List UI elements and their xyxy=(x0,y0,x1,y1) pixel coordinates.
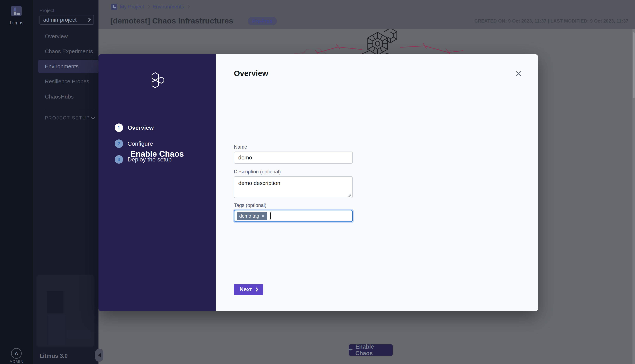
avatar[interactable]: A xyxy=(11,348,22,359)
step-number: 2 xyxy=(115,140,123,148)
resize-grip-icon[interactable] xyxy=(347,193,351,197)
breadcrumb-link-environments[interactable]: Environments xyxy=(152,4,184,10)
sidebar-illustration xyxy=(36,275,94,347)
wizard-step-deploy[interactable]: 3 Deploy the setup xyxy=(115,155,203,164)
page-title: [demotest] Chaos Infrastructures xyxy=(110,16,233,25)
step-label: Overview xyxy=(127,124,154,131)
tag-chip: demo tag xyxy=(237,212,267,220)
text-cursor xyxy=(270,212,271,220)
description-label: Description (optional) xyxy=(234,169,281,175)
breadcrumb-link-my-project[interactable]: My Project xyxy=(120,4,144,10)
avatar-caption: ADMIN xyxy=(0,359,33,364)
tags-label: Tags (optional) xyxy=(234,202,266,208)
litmus-mini-logo-icon xyxy=(111,4,117,10)
tags-input[interactable]: demo tag xyxy=(234,210,353,222)
page-header: My Project Environments [demotest] Chaos… xyxy=(98,0,635,29)
close-icon xyxy=(515,70,522,77)
sidebar-item-environments[interactable]: Environments xyxy=(38,60,98,73)
wizard-step-overview[interactable]: 1 Overview xyxy=(115,123,203,132)
step-label: Configure xyxy=(127,140,153,147)
sidebar-item-chaoshubs[interactable]: ChaosHubs xyxy=(38,90,98,103)
litmus-logo-icon[interactable] xyxy=(11,6,22,16)
created-modified-meta: CREATED ON: 9 Oct 2023, 11:37 | LAST MOD… xyxy=(474,18,628,24)
project-selector[interactable]: admin-project xyxy=(40,15,94,24)
description-textarea[interactable]: demo description xyxy=(234,176,353,198)
modal-body: Overview Name Description (optional) dem… xyxy=(216,54,538,311)
enable-chaos-button[interactable]: + Enable Chaos xyxy=(349,344,393,356)
chevron-right-icon xyxy=(186,5,190,8)
chaos-graph-illustration xyxy=(283,29,467,56)
project-selector-value: admin-project xyxy=(43,17,77,23)
chevron-right-icon xyxy=(146,5,150,8)
environment-type-badge: Pre-Prod xyxy=(248,17,277,25)
sidebar-rail: Litmus A ADMIN xyxy=(0,0,33,364)
sidebar-collapse-handle[interactable] xyxy=(95,348,103,362)
next-button-label: Next xyxy=(240,286,252,293)
breadcrumb: My Project Environments xyxy=(111,4,190,10)
name-label: Name xyxy=(234,144,247,150)
modal-heading: Overview xyxy=(234,69,268,78)
enable-chaos-hexagons-icon xyxy=(148,72,166,88)
app-stage: My Project Environments [demotest] Chaos… xyxy=(0,0,635,364)
plus-icon: + xyxy=(349,346,353,353)
step-number: 1 xyxy=(115,124,123,132)
project-section-label: Project xyxy=(40,8,54,14)
project-setup-label: PROJECT SETUP xyxy=(45,115,90,120)
name-input[interactable] xyxy=(234,152,353,164)
version-label: Litmus 3.0 xyxy=(40,352,68,359)
chevron-right-icon xyxy=(254,287,258,292)
step-label: Deploy the setup xyxy=(127,156,172,163)
scrollbar-thumb[interactable] xyxy=(633,32,635,98)
scrollbar-track[interactable] xyxy=(632,29,635,364)
remove-tag-icon[interactable] xyxy=(261,214,265,218)
chevron-right-icon xyxy=(87,18,91,22)
close-button[interactable] xyxy=(513,68,524,79)
sidebar-item-overview[interactable]: Overview xyxy=(38,30,98,43)
next-button[interactable]: Next xyxy=(234,284,263,296)
step-number: 3 xyxy=(115,155,123,164)
brand-label: Litmus xyxy=(0,20,33,26)
tag-chip-label: demo tag xyxy=(239,213,259,219)
project-setup-section[interactable]: PROJECT SETUP xyxy=(45,115,94,120)
sidebar-item-resilience-probes[interactable]: Resilience Probes xyxy=(38,75,98,88)
enable-chaos-button-label: Enable Chaos xyxy=(355,344,393,357)
chevron-down-icon xyxy=(91,115,95,120)
enable-chaos-modal: Enable Chaos 1 Overview 2 Configure 3 De… xyxy=(98,54,538,311)
sidebar-item-chaos-experiments[interactable]: Chaos Experiments xyxy=(38,45,98,58)
sidebar: Project admin-project Overview Chaos Exp… xyxy=(33,0,98,364)
collapse-left-icon xyxy=(98,353,101,357)
sidebar-divider xyxy=(45,109,94,109)
wizard-step-configure[interactable]: 2 Configure xyxy=(115,139,203,148)
wizard-panel: Enable Chaos 1 Overview 2 Configure 3 De… xyxy=(98,54,216,311)
